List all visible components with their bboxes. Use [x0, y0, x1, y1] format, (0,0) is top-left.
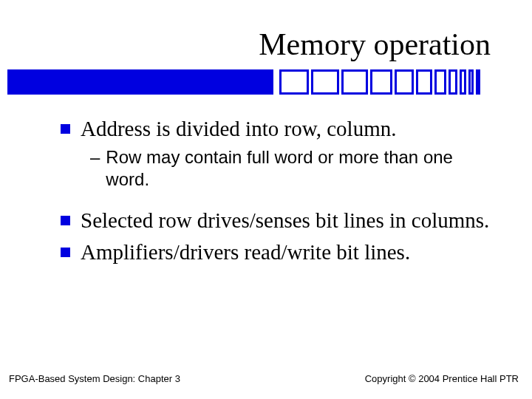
- footer-right: Copyright © 2004 Prentice Hall PTR: [365, 373, 519, 384]
- bullet-item: Address is divided into row, column.: [61, 115, 494, 142]
- divider-box: [341, 69, 368, 95]
- divider-box: [370, 69, 392, 95]
- divider-boxes: [279, 69, 480, 95]
- divider-box: [468, 69, 474, 95]
- bullet-text: Selected row drives/senses bit lines in …: [81, 207, 489, 233]
- divider-box: [416, 69, 432, 95]
- divider-box: [395, 69, 414, 95]
- square-bullet-icon: [61, 124, 70, 134]
- bullet-item: Selected row drives/senses bit lines in …: [61, 207, 494, 233]
- divider-box: [434, 69, 446, 95]
- square-bullet-icon: [61, 248, 70, 257]
- divider-box: [476, 69, 480, 95]
- content-area: Address is divided into row, column. – R…: [0, 115, 532, 265]
- sub-bullet-item: – Row may contain full word or more than…: [90, 146, 494, 191]
- sub-bullet-text: Row may contain full word or more than o…: [106, 146, 494, 191]
- footer: FPGA-Based System Design: Chapter 3 Copy…: [0, 373, 532, 384]
- square-bullet-icon: [61, 216, 70, 225]
- divider-box: [279, 69, 309, 95]
- bullet-text: Amplifiers/drivers read/write bit lines.: [81, 239, 410, 265]
- divider-box: [449, 69, 457, 95]
- dash-bullet-icon: –: [90, 146, 100, 168]
- divider-solid-bar: [7, 69, 273, 95]
- divider-box: [311, 69, 339, 95]
- decorative-divider: [0, 69, 532, 95]
- footer-left: FPGA-Based System Design: Chapter 3: [9, 373, 180, 384]
- slide-title: Memory operation: [0, 0, 532, 69]
- bullet-text: Address is divided into row, column.: [81, 115, 396, 142]
- bullet-item: Amplifiers/drivers read/write bit lines.: [61, 239, 494, 265]
- divider-box: [460, 69, 466, 95]
- slide: Memory operation Address is divided into…: [0, 0, 532, 399]
